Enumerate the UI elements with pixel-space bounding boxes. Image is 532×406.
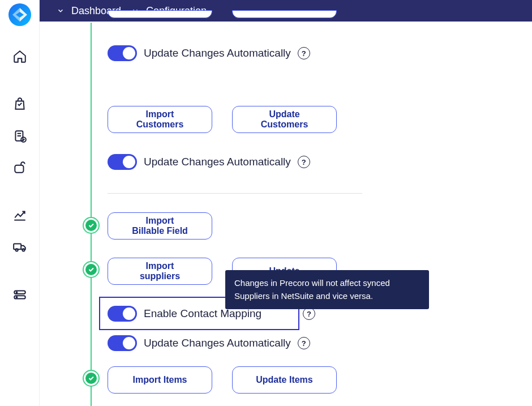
step-complete-icon <box>83 261 100 278</box>
app-logo[interactable] <box>8 3 31 26</box>
toggle-update-auto-1[interactable] <box>108 45 137 61</box>
help-icon[interactable]: ? <box>298 47 310 59</box>
svg-marker-1 <box>12 8 20 22</box>
sidebar <box>0 0 40 406</box>
svg-point-10 <box>16 292 17 293</box>
svg-marker-0 <box>20 8 27 22</box>
step-complete-icon <box>83 370 100 387</box>
svg-point-6 <box>15 249 18 251</box>
svg-point-7 <box>22 249 24 251</box>
tooltip: Changes in Precoro will not affect synce… <box>225 270 429 309</box>
import-suppliers-button[interactable]: Import suppliers <box>108 258 212 285</box>
update-customers-button[interactable]: Update Customers <box>232 106 337 133</box>
button-sliver[interactable] <box>232 10 337 18</box>
progress-timeline <box>91 23 92 406</box>
toggle-label: Enable Contact Mapping <box>144 307 261 320</box>
shopping-bag-icon[interactable] <box>12 96 28 112</box>
svg-point-11 <box>16 297 17 298</box>
toggle-contact-mapping[interactable] <box>108 306 137 322</box>
step-complete-icon <box>83 217 100 234</box>
chevron-down-icon[interactable] <box>57 7 65 15</box>
button-sliver[interactable] <box>108 10 212 18</box>
help-icon[interactable]: ? <box>298 156 310 168</box>
toggle-label: Update Changes Automatically <box>144 156 291 168</box>
help-icon[interactable]: ? <box>303 307 315 320</box>
toggle-update-auto-3[interactable] <box>108 335 137 351</box>
svg-rect-4 <box>15 165 23 173</box>
toggle-row-update-auto-3: Update Changes Automatically ? <box>108 335 310 351</box>
import-items-button[interactable]: Import Items <box>108 366 212 394</box>
home-icon[interactable] <box>12 49 28 65</box>
clipboard-check-icon[interactable] <box>12 128 28 144</box>
divider <box>108 193 362 194</box>
import-customers-button[interactable]: Import Customers <box>108 106 212 133</box>
toggle-label: Update Changes Automatically <box>144 47 291 59</box>
box-unlock-icon[interactable] <box>12 160 28 176</box>
server-icon[interactable] <box>12 287 28 302</box>
truck-icon[interactable] <box>12 239 28 255</box>
toggle-row-update-auto-1: Update Changes Automatically ? <box>108 45 310 61</box>
toggle-label: Update Changes Automatically <box>144 337 291 349</box>
analytics-icon[interactable] <box>12 207 28 223</box>
tooltip-text: Changes in Precoro will not affect synce… <box>234 278 390 301</box>
toggle-update-auto-2[interactable] <box>108 154 137 170</box>
update-items-button[interactable]: Update Items <box>232 366 337 394</box>
import-billable-field-button[interactable]: Import Billable Field <box>108 212 212 240</box>
help-icon[interactable]: ? <box>298 337 310 349</box>
toggle-row-update-auto-2: Update Changes Automatically ? <box>108 154 310 170</box>
